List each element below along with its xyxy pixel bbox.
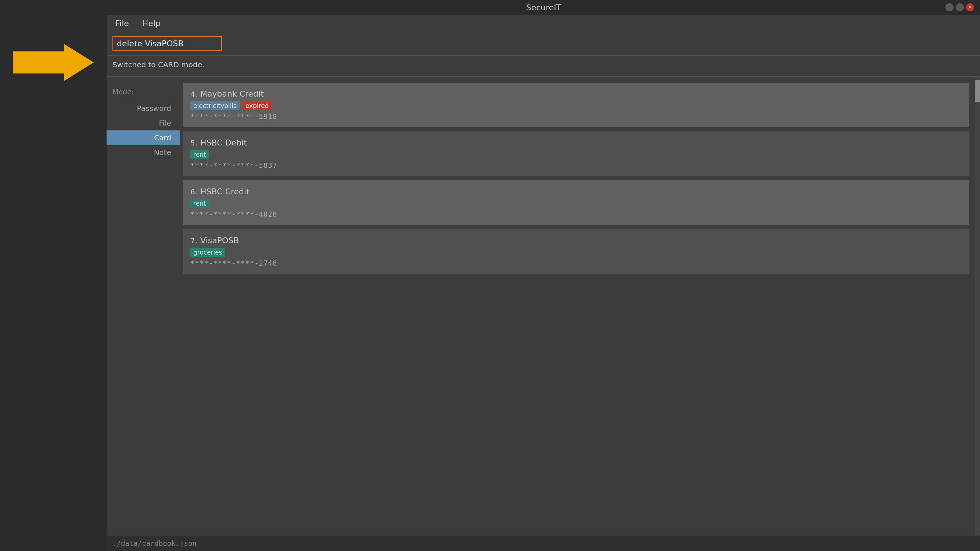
card-index: 6.: [190, 187, 197, 196]
sidebar-item-password[interactable]: Password: [107, 101, 180, 116]
sidebar-item-card[interactable]: Card: [107, 130, 180, 145]
mode-label: Mode:: [107, 88, 180, 101]
sidebar-item-note[interactable]: Note: [107, 145, 180, 160]
footer: ./data/cardbook.json: [107, 535, 980, 551]
status-text: Switched to CARD mode.: [113, 60, 204, 69]
card-pan: ****-****-****-4028: [190, 210, 962, 218]
card-header: 7. VisaPOSB: [190, 236, 962, 245]
menubar: File Help: [107, 15, 980, 32]
tag-rent: rent: [190, 150, 209, 159]
window-controls: — □ ✕: [945, 3, 974, 11]
menu-file[interactable]: File: [113, 17, 132, 29]
card-pan: ****-****-****-2748: [190, 259, 962, 267]
minimize-button[interactable]: —: [945, 3, 953, 11]
card-header: 5. HSBC Debit: [190, 138, 962, 147]
close-button[interactable]: ✕: [966, 3, 974, 11]
main-window: SecureIT — □ ✕ File Help Switched to CAR…: [107, 0, 980, 551]
tag-electricitybills: electricitybills: [190, 102, 240, 110]
status-area: Switched to CARD mode.: [107, 56, 980, 76]
footer-path: ./data/cardbook.json: [113, 539, 197, 547]
card-name: HSBC Credit: [200, 187, 250, 196]
card-item[interactable]: 5. HSBC Debit rent ****-****-****-5837: [183, 132, 969, 176]
sidebar: Mode: Password File Card Note: [107, 77, 180, 535]
card-index: 5.: [190, 138, 197, 147]
card-tags: rent: [190, 199, 962, 208]
card-pan: ****-****-****-5918: [190, 113, 962, 121]
cards-list: 4. Maybank Credit electricitybills expir…: [180, 77, 975, 535]
card-name: HSBC Debit: [200, 138, 247, 147]
card-item[interactable]: 4. Maybank Credit electricitybills expir…: [183, 83, 969, 127]
tag-groceries: groceries: [190, 248, 225, 257]
card-header: 4. Maybank Credit: [190, 89, 962, 98]
window-title: SecureIT: [142, 3, 945, 12]
arrow-indicator: [0, 0, 107, 551]
tag-expired: expired: [242, 102, 272, 110]
card-pan: ****-****-****-5837: [190, 161, 962, 169]
card-item[interactable]: 7. VisaPOSB groceries ****-****-****-274…: [183, 229, 969, 274]
scrollbar-thumb[interactable]: [975, 80, 980, 102]
card-tags: groceries: [190, 248, 962, 257]
card-index: 4.: [190, 90, 197, 98]
card-index: 7.: [190, 236, 197, 245]
titlebar: SecureIT — □ ✕: [107, 0, 980, 15]
card-name: VisaPOSB: [200, 236, 239, 245]
svg-marker-0: [13, 44, 94, 81]
scrollbar-track[interactable]: [975, 77, 980, 535]
tag-rent: rent: [190, 199, 209, 208]
content-area: Mode: Password File Card Note 4. Maybank…: [107, 77, 980, 535]
card-item[interactable]: 6. HSBC Credit rent ****-****-****-4028: [183, 180, 969, 225]
command-input[interactable]: [113, 36, 222, 51]
maximize-button[interactable]: □: [956, 3, 964, 11]
card-tags: electricitybills expired: [190, 102, 962, 110]
card-tags: rent: [190, 150, 962, 159]
command-area: [107, 32, 980, 56]
card-name: Maybank Credit: [200, 89, 264, 98]
menu-help[interactable]: Help: [139, 17, 164, 29]
sidebar-item-file[interactable]: File: [107, 116, 180, 130]
right-arrow-icon: [13, 44, 94, 81]
card-header: 6. HSBC Credit: [190, 187, 962, 196]
